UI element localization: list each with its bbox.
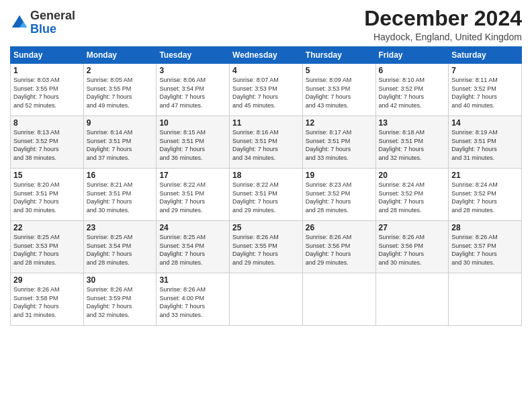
day-info: Sunrise: 8:24 AMSunset: 3:52 PMDaylight:… <box>379 181 446 214</box>
day-number: 10 <box>159 118 226 128</box>
calendar-cell: 12Sunrise: 8:17 AMSunset: 3:51 PMDayligh… <box>302 116 375 169</box>
day-number: 21 <box>451 171 519 180</box>
day-info: Sunrise: 8:11 AMSunset: 3:52 PMDaylight:… <box>451 76 519 109</box>
calendar-cell: 2Sunrise: 8:05 AMSunset: 3:55 PMDaylight… <box>83 64 157 116</box>
calendar-cell: 21Sunrise: 8:24 AMSunset: 3:52 PMDayligh… <box>449 169 522 221</box>
calendar-cell: 7Sunrise: 8:11 AMSunset: 3:52 PMDaylight… <box>449 64 522 116</box>
calendar-cell: 17Sunrise: 8:22 AMSunset: 3:51 PMDayligh… <box>157 169 230 221</box>
calendar-subtitle: Haydock, England, United Kingdom <box>364 32 522 42</box>
day-info: Sunrise: 8:15 AMSunset: 3:51 PMDaylight:… <box>159 128 226 162</box>
day-number: 17 <box>159 171 226 180</box>
day-info: Sunrise: 8:21 AMSunset: 3:51 PMDaylight:… <box>87 181 154 214</box>
day-number: 20 <box>379 171 446 180</box>
calendar-cell <box>375 273 449 326</box>
col-header-saturday: Saturday <box>449 47 522 64</box>
logo: GeneralBlue <box>10 9 75 36</box>
calendar-cell: 4Sunrise: 8:07 AMSunset: 3:53 PMDaylight… <box>230 64 303 116</box>
day-number: 1 <box>13 66 81 75</box>
calendar-cell: 26Sunrise: 8:26 AMSunset: 3:56 PMDayligh… <box>302 221 375 273</box>
day-number: 26 <box>306 223 373 232</box>
day-info: Sunrise: 8:22 AMSunset: 3:51 PMDaylight:… <box>232 181 300 214</box>
day-number: 2 <box>87 66 154 75</box>
day-info: Sunrise: 8:25 AMSunset: 3:53 PMDaylight:… <box>13 233 81 267</box>
calendar-cell: 6Sunrise: 8:10 AMSunset: 3:52 PMDaylight… <box>375 64 449 116</box>
week-row-5: 29Sunrise: 8:26 AMSunset: 3:58 PMDayligh… <box>11 273 522 326</box>
day-number: 24 <box>159 223 226 232</box>
col-header-thursday: Thursday <box>302 47 375 64</box>
day-number: 13 <box>379 118 446 128</box>
day-info: Sunrise: 8:13 AMSunset: 3:52 PMDaylight:… <box>13 128 81 162</box>
day-number: 27 <box>379 223 446 232</box>
day-info: Sunrise: 8:18 AMSunset: 3:51 PMDaylight:… <box>379 128 446 162</box>
col-header-sunday: Sunday <box>11 47 84 64</box>
day-number: 8 <box>13 118 81 128</box>
calendar-cell: 28Sunrise: 8:26 AMSunset: 3:57 PMDayligh… <box>449 221 522 273</box>
day-number: 25 <box>232 223 300 232</box>
logo-name: GeneralBlue <box>30 9 75 36</box>
day-number: 14 <box>451 118 519 128</box>
calendar-cell: 30Sunrise: 8:26 AMSunset: 3:59 PMDayligh… <box>83 273 157 326</box>
calendar-cell: 1Sunrise: 8:03 AMSunset: 3:55 PMDaylight… <box>11 64 84 116</box>
day-info: Sunrise: 8:10 AMSunset: 3:52 PMDaylight:… <box>379 76 446 109</box>
calendar-cell: 24Sunrise: 8:25 AMSunset: 3:54 PMDayligh… <box>157 221 230 273</box>
calendar-cell: 11Sunrise: 8:16 AMSunset: 3:51 PMDayligh… <box>230 116 303 169</box>
header-row: SundayMondayTuesdayWednesdayThursdayFrid… <box>11 47 522 64</box>
calendar-cell: 8Sunrise: 8:13 AMSunset: 3:52 PMDaylight… <box>11 116 84 169</box>
day-info: Sunrise: 8:26 AMSunset: 3:55 PMDaylight:… <box>232 233 300 267</box>
day-info: Sunrise: 8:22 AMSunset: 3:51 PMDaylight:… <box>159 181 226 214</box>
day-info: Sunrise: 8:23 AMSunset: 3:52 PMDaylight:… <box>306 181 373 214</box>
day-info: Sunrise: 8:16 AMSunset: 3:51 PMDaylight:… <box>232 128 300 162</box>
day-info: Sunrise: 8:19 AMSunset: 3:51 PMDaylight:… <box>451 128 519 162</box>
calendar-cell: 29Sunrise: 8:26 AMSunset: 3:58 PMDayligh… <box>11 273 84 326</box>
header: GeneralBlue December 2024 Haydock, Engla… <box>10 7 522 42</box>
week-row-2: 8Sunrise: 8:13 AMSunset: 3:52 PMDaylight… <box>11 116 522 169</box>
day-number: 4 <box>232 66 300 75</box>
day-number: 19 <box>306 171 373 180</box>
week-row-3: 15Sunrise: 8:20 AMSunset: 3:51 PMDayligh… <box>11 169 522 221</box>
day-number: 29 <box>13 275 81 285</box>
page: GeneralBlue December 2024 Haydock, Engla… <box>0 0 532 411</box>
day-number: 3 <box>159 66 226 75</box>
day-number: 16 <box>87 171 154 180</box>
calendar-cell: 31Sunrise: 8:26 AMSunset: 4:00 PMDayligh… <box>157 273 230 326</box>
day-info: Sunrise: 8:26 AMSunset: 3:56 PMDaylight:… <box>379 233 446 267</box>
week-row-4: 22Sunrise: 8:25 AMSunset: 3:53 PMDayligh… <box>11 221 522 273</box>
day-info: Sunrise: 8:25 AMSunset: 3:54 PMDaylight:… <box>87 233 154 267</box>
calendar-cell: 22Sunrise: 8:25 AMSunset: 3:53 PMDayligh… <box>11 221 84 273</box>
day-info: Sunrise: 8:26 AMSunset: 3:56 PMDaylight:… <box>306 233 373 267</box>
day-number: 11 <box>232 118 300 128</box>
day-number: 28 <box>451 223 519 232</box>
title-block: December 2024 Haydock, England, United K… <box>364 7 522 42</box>
day-number: 30 <box>87 275 154 285</box>
day-number: 31 <box>159 275 226 285</box>
col-header-tuesday: Tuesday <box>157 47 230 64</box>
day-info: Sunrise: 8:24 AMSunset: 3:52 PMDaylight:… <box>451 181 519 214</box>
day-number: 18 <box>232 171 300 180</box>
calendar-cell <box>302 273 375 326</box>
calendar-title: December 2024 <box>364 7 522 30</box>
calendar-cell: 18Sunrise: 8:22 AMSunset: 3:51 PMDayligh… <box>230 169 303 221</box>
col-header-wednesday: Wednesday <box>230 47 303 64</box>
calendar-cell: 23Sunrise: 8:25 AMSunset: 3:54 PMDayligh… <box>83 221 157 273</box>
calendar-cell: 9Sunrise: 8:14 AMSunset: 3:51 PMDaylight… <box>83 116 157 169</box>
calendar-cell: 27Sunrise: 8:26 AMSunset: 3:56 PMDayligh… <box>375 221 449 273</box>
day-info: Sunrise: 8:26 AMSunset: 3:57 PMDaylight:… <box>451 233 519 267</box>
day-info: Sunrise: 8:20 AMSunset: 3:51 PMDaylight:… <box>13 181 81 214</box>
day-info: Sunrise: 8:09 AMSunset: 3:53 PMDaylight:… <box>306 76 373 109</box>
day-info: Sunrise: 8:26 AMSunset: 4:00 PMDaylight:… <box>159 285 226 319</box>
day-number: 12 <box>306 118 373 128</box>
calendar-cell <box>449 273 522 326</box>
calendar-cell: 15Sunrise: 8:20 AMSunset: 3:51 PMDayligh… <box>11 169 84 221</box>
calendar-cell: 19Sunrise: 8:23 AMSunset: 3:52 PMDayligh… <box>302 169 375 221</box>
day-number: 23 <box>87 223 154 232</box>
day-info: Sunrise: 8:14 AMSunset: 3:51 PMDaylight:… <box>87 128 154 162</box>
day-info: Sunrise: 8:26 AMSunset: 3:58 PMDaylight:… <box>13 285 81 319</box>
calendar-cell: 5Sunrise: 8:09 AMSunset: 3:53 PMDaylight… <box>302 64 375 116</box>
day-number: 15 <box>13 171 81 180</box>
day-number: 7 <box>451 66 519 75</box>
day-info: Sunrise: 8:17 AMSunset: 3:51 PMDaylight:… <box>306 128 373 162</box>
calendar-cell <box>230 273 303 326</box>
logo-icon <box>10 13 29 32</box>
calendar-cell: 13Sunrise: 8:18 AMSunset: 3:51 PMDayligh… <box>375 116 449 169</box>
calendar-table: SundayMondayTuesdayWednesdayThursdayFrid… <box>10 46 522 326</box>
